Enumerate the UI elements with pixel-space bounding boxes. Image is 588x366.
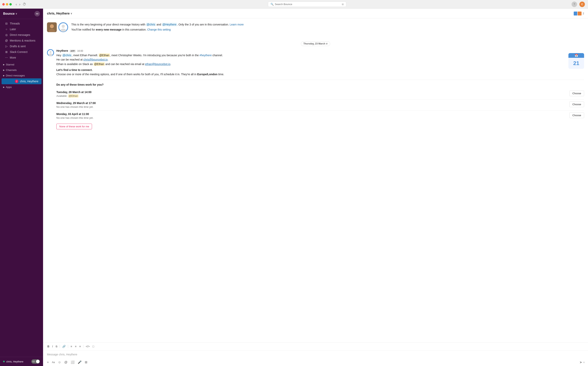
- ethan-mention-1: @Ethan: [99, 53, 110, 57]
- channel-header: chris, Heythere ∨ 2: [43, 9, 588, 18]
- learn-more-link[interactable]: Learn more: [230, 23, 244, 26]
- code-button[interactable]: </>: [85, 344, 91, 349]
- ethan-availability-mention: @Ethan: [68, 94, 79, 98]
- date-pill[interactable]: Thursday, 23 March ∨: [301, 41, 330, 46]
- sidebar-item-more[interactable]: ⋯ More: [1, 55, 42, 60]
- filter-icon: ⊞: [342, 3, 344, 6]
- chris-inline-mention[interactable]: @chris: [62, 53, 72, 57]
- history-button[interactable]: ⏱: [22, 2, 27, 7]
- ordered-list-button[interactable]: ≡: [69, 344, 73, 349]
- sidebar-item-mentions[interactable]: @ Mentions & reactions: [1, 38, 42, 43]
- sidebar-item-direct-messages[interactable]: ◎ Direct messages: [1, 32, 42, 38]
- message-text: Hey @chris, meet Ethan Pannell. @Ethan, …: [56, 53, 584, 76]
- choose-button-1[interactable]: Choose: [569, 91, 584, 96]
- channels-chevron-icon: ▶: [3, 69, 5, 71]
- drafts-icon: ▷: [5, 45, 8, 48]
- forward-button[interactable]: ›: [18, 2, 21, 7]
- unordered-list-button[interactable]: ≡: [74, 344, 78, 349]
- heythere-avatar: [58, 22, 68, 32]
- option-3-availability: No-one has chosen this time yet.: [56, 116, 569, 119]
- search-bar[interactable]: 🔍 Search Bounce ⊞: [268, 1, 346, 7]
- shortcuts-button[interactable]: ⊞: [84, 359, 88, 365]
- channel-header-right: 2: [573, 11, 584, 16]
- strikethrough-button[interactable]: S: [54, 344, 59, 349]
- section-apps[interactable]: ▶ Apps: [0, 84, 43, 90]
- starred-chevron-icon: ▶: [3, 63, 5, 66]
- emoji-button[interactable]: ☺: [57, 360, 62, 365]
- send-icon: ➤: [579, 360, 582, 365]
- svg-point-1: [50, 24, 54, 28]
- none-works-button[interactable]: None of these work for me: [56, 124, 92, 129]
- sidebar-item-later[interactable]: ○ Later: [1, 26, 42, 32]
- titlebar-right: ? C: [572, 1, 585, 7]
- send-button[interactable]: ➤ ∨: [579, 360, 585, 365]
- option-2-availability: No-one has chosen this time yet.: [56, 105, 569, 108]
- chris-email[interactable]: chris@bouncebot.io: [83, 58, 108, 61]
- members-avatars[interactable]: 2: [573, 11, 584, 16]
- sidebar-item-drafts[interactable]: ▷ Drafts & sent: [1, 44, 42, 49]
- traffic-lights: [2, 3, 12, 6]
- meeting-option-3: Monday, 03 April at 11:00 No-one has cho…: [56, 111, 584, 121]
- more-icon: ⋯: [5, 56, 8, 59]
- ethan-email[interactable]: ethan@bouncebot.io: [145, 62, 170, 66]
- chris-mention[interactable]: @chris: [146, 23, 156, 26]
- user-avatar-titlebar[interactable]: C: [579, 1, 585, 7]
- formatting-toolbar: B I S 🔗 ≡ ≡ ≡ </> □: [43, 343, 588, 351]
- calendar-icon: 📅: [575, 54, 578, 57]
- slack-connect-icon: ⊞: [5, 50, 8, 53]
- fmt-divider-2: [68, 345, 68, 348]
- bold-button[interactable]: B: [46, 344, 51, 349]
- timezone-bold: Europe/London: [197, 73, 217, 76]
- block-button[interactable]: □: [91, 344, 95, 349]
- heythere-msg-avatar: [47, 49, 54, 56]
- italic-button[interactable]: I: [51, 344, 54, 349]
- video-button[interactable]: ⬜: [70, 359, 75, 365]
- maximize-button[interactable]: [9, 3, 12, 6]
- message-input[interactable]: Message chris, Heythere: [43, 351, 588, 358]
- sidebar-item-chris-heythere[interactable]: 2 chris, Heythere: [1, 78, 42, 84]
- change-setting-link[interactable]: Change this setting: [147, 28, 171, 31]
- sidebar-bottom: chris, Heythere 63: [0, 357, 43, 366]
- option-3-time: Monday, 03 April at 11:00: [56, 113, 569, 116]
- input-placeholder: Message chris, Heythere: [47, 353, 77, 356]
- choose-button-3[interactable]: Choose: [569, 113, 584, 118]
- message-row: Heythere APP 16:00 📅 21: [47, 49, 584, 129]
- heythere-channel[interactable]: #heythere: [199, 54, 212, 57]
- apps-chevron-icon: ▶: [3, 86, 5, 88]
- sidebar-user[interactable]: chris, Heythere 63: [3, 359, 40, 364]
- audio-button[interactable]: 🎤: [77, 359, 82, 365]
- search-icon: 🔍: [271, 3, 274, 6]
- svg-point-8: [49, 53, 52, 56]
- mention-at-button[interactable]: @: [63, 360, 68, 365]
- svg-point-4: [62, 25, 65, 28]
- help-icon[interactable]: ?: [572, 1, 577, 7]
- ethan-mention-2: @Ethan: [94, 62, 105, 66]
- indent-button[interactable]: ≡: [78, 344, 82, 349]
- sidebar-item-threads[interactable]: ⊟ Threads: [1, 21, 42, 26]
- add-button[interactable]: +: [46, 360, 50, 365]
- section-channels[interactable]: ▶ Channels: [0, 67, 43, 73]
- heythere-mention[interactable]: @Heythere: [162, 23, 177, 26]
- status-toggle[interactable]: 63: [31, 359, 40, 364]
- messages-area: This is the very beginning of your direc…: [43, 18, 588, 342]
- compose-button[interactable]: ✏: [34, 11, 40, 16]
- sidebar-item-slack-connect[interactable]: ⊞ Slack Connect: [1, 49, 42, 55]
- minimize-button[interactable]: [6, 3, 8, 6]
- back-button[interactable]: ‹: [15, 2, 18, 7]
- choose-button-2[interactable]: Choose: [569, 101, 584, 107]
- chris-avatar: [47, 22, 57, 32]
- meeting-section: Do any of these times work for you? Tues…: [56, 80, 584, 129]
- sidebar-nav: ⊟ Threads ○ Later ◎ Direct messages @ Me…: [0, 19, 43, 357]
- link-button[interactable]: 🔗: [61, 344, 67, 349]
- close-button[interactable]: [2, 3, 5, 6]
- section-starred[interactable]: ▶ Starred: [0, 62, 43, 67]
- workspace-name[interactable]: Bounce ∨: [3, 12, 17, 15]
- channel-title[interactable]: chris, Heythere ∨: [47, 12, 72, 15]
- text-size-button[interactable]: Aa: [51, 360, 56, 365]
- section-direct-messages[interactable]: ▶ Direct messages: [0, 73, 43, 78]
- option-2-time: Wednesday, 29 March at 17:00: [56, 101, 569, 105]
- fmt-divider-1: [60, 345, 60, 348]
- search-placeholder: Search Bounce: [275, 3, 292, 6]
- sidebar: Bounce ∨ ✏ ⊟ Threads ○ Later ◎ Direct me…: [0, 9, 43, 366]
- dm-icon: ◎: [5, 33, 8, 37]
